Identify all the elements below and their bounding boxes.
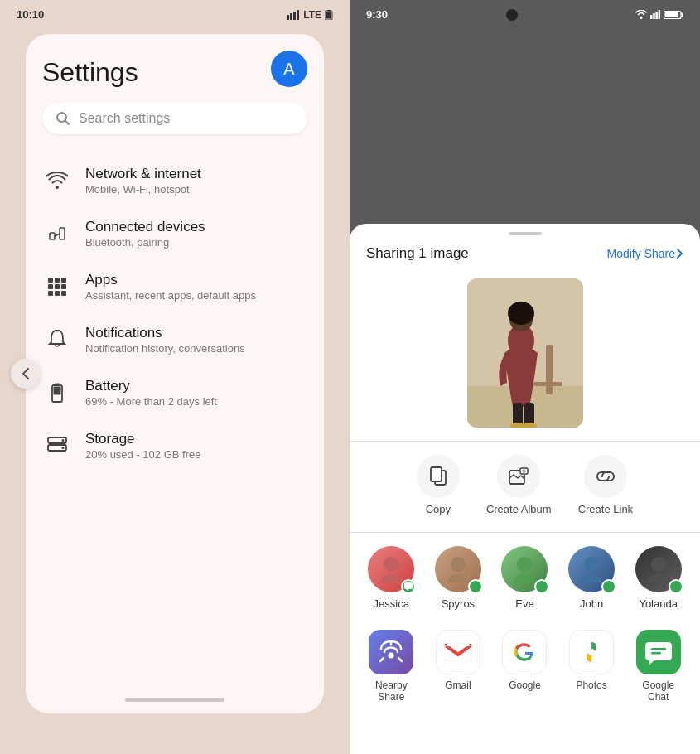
svg-point-60: [389, 653, 394, 659]
yolanda-chat-badge: [669, 579, 683, 594]
photos-label: Photos: [576, 679, 606, 691]
storage-title: Storage: [85, 431, 304, 447]
svg-rect-2: [293, 12, 296, 20]
app-nearby-share[interactable]: NearbyShare: [369, 630, 413, 703]
gmail-icon-container: [436, 630, 480, 674]
settings-item-notifications[interactable]: Notifications Notification history, conv…: [42, 313, 307, 366]
john-avatar: [568, 546, 615, 592]
yolanda-avatar: [635, 546, 682, 592]
john-person-icon: [580, 556, 603, 582]
sheet-handle: [509, 232, 542, 235]
link-icon: [596, 471, 616, 482]
yolanda-name: Yolanda: [639, 597, 678, 610]
svg-rect-15: [61, 278, 66, 283]
svg-point-53: [384, 557, 398, 572]
svg-rect-20: [55, 291, 60, 296]
app-photos[interactable]: Photos: [569, 630, 614, 703]
settings-item-storage[interactable]: Storage 20% used - 102 GB free: [42, 419, 307, 472]
album-icon: [509, 467, 529, 486]
spyros-avatar: [435, 546, 481, 592]
network-title: Network & internet: [85, 166, 304, 182]
home-indicator-left: [125, 698, 224, 702]
svg-point-56: [451, 557, 466, 572]
apps-title: Apps: [85, 272, 304, 288]
lte-text: LTE: [303, 9, 321, 21]
nearby-share-label: NearbyShare: [375, 679, 408, 703]
settings-item-network[interactable]: Network & internet Mobile, Wi-Fi, hotspo…: [42, 154, 307, 207]
gmail-svg: [444, 641, 472, 663]
battery-subtitle: 69% - More than 2 days left: [85, 395, 304, 408]
photo-person: [467, 278, 583, 428]
nearby-share-svg: [377, 640, 405, 665]
svg-rect-10: [50, 234, 51, 235]
svg-point-59: [651, 557, 666, 572]
svg-rect-34: [682, 12, 683, 17]
svg-rect-3: [297, 10, 299, 20]
svg-point-58: [584, 557, 599, 572]
svg-rect-68: [446, 645, 471, 646]
search-bar[interactable]: Search settings: [42, 103, 307, 134]
avatar-button[interactable]: A: [271, 51, 307, 87]
google-svg: [510, 638, 538, 666]
svg-rect-19: [48, 291, 53, 296]
svg-rect-39: [533, 382, 562, 386]
preview-image-inner: [467, 278, 583, 428]
apps-row: NearbyShare: [350, 626, 700, 716]
create-link-icon-circle: [584, 455, 627, 498]
john-name: John: [580, 597, 603, 610]
gmail-label: Gmail: [445, 679, 471, 691]
svg-rect-31: [655, 12, 658, 19]
svg-rect-13: [48, 278, 53, 283]
svg-rect-1: [290, 13, 292, 20]
connected-text: Connected devices Bluetooth, pairing: [85, 219, 304, 249]
contact-eve[interactable]: Eve: [501, 546, 548, 610]
gchat-svg: [644, 639, 673, 665]
yolanda-person-icon: [647, 556, 670, 582]
svg-rect-54: [404, 582, 413, 589]
eve-name: Eve: [515, 597, 533, 610]
svg-rect-6: [326, 12, 331, 18]
photos-svg: [577, 638, 606, 666]
jessica-chat-badge: [401, 579, 416, 594]
svg-rect-38: [546, 345, 553, 394]
svg-rect-43: [513, 403, 523, 426]
nearby-share-icon: [369, 630, 413, 674]
action-buttons: Copy Create Album Create Link: [350, 455, 700, 532]
svg-rect-16: [48, 284, 53, 289]
contact-john[interactable]: John: [568, 546, 615, 610]
settings-item-apps[interactable]: Apps Assistant, recent apps, default app…: [42, 260, 307, 313]
spyros-chat-badge: [468, 579, 483, 594]
battery-icon: [46, 383, 69, 403]
back-icon: [22, 367, 30, 380]
copy-button[interactable]: Copy: [417, 455, 460, 515]
copy-icon-circle: [417, 455, 460, 498]
svg-rect-44: [524, 403, 534, 426]
modify-share-button[interactable]: Modify Share: [607, 247, 683, 260]
contact-jessica[interactable]: Jessica: [368, 546, 414, 610]
settings-item-connected[interactable]: Connected devices Bluetooth, pairing: [42, 207, 307, 260]
contact-spyros[interactable]: Spyros: [435, 546, 481, 610]
settings-item-battery[interactable]: Battery 69% - More than 2 days left: [42, 366, 307, 419]
svg-rect-17: [55, 284, 60, 289]
photos-icon-container: [569, 630, 614, 674]
image-preview: [350, 272, 700, 441]
svg-rect-48: [431, 467, 442, 481]
gchat-label: GoogleChat: [642, 679, 674, 703]
svg-rect-23: [55, 384, 60, 386]
create-album-button[interactable]: Create Album: [486, 455, 552, 515]
back-button[interactable]: [11, 359, 41, 389]
camera-dot: [506, 9, 518, 21]
share-panel: 9:30 Sharing 1 image Modify Share: [350, 0, 700, 754]
eve-person-icon: [513, 556, 536, 582]
create-link-button[interactable]: Create Link: [578, 455, 633, 515]
svg-rect-30: [653, 13, 655, 19]
settings-card: A Settings Search settings Network & int…: [26, 34, 324, 713]
battery-title: Battery: [85, 378, 304, 394]
svg-rect-29: [650, 15, 653, 19]
contact-yolanda[interactable]: Yolanda: [635, 546, 682, 610]
google-icon-container: [502, 630, 547, 674]
search-placeholder: Search settings: [79, 111, 170, 126]
app-gmail[interactable]: Gmail: [436, 630, 480, 703]
app-google-chat[interactable]: GoogleChat: [636, 630, 681, 703]
app-google[interactable]: Google: [502, 630, 547, 703]
